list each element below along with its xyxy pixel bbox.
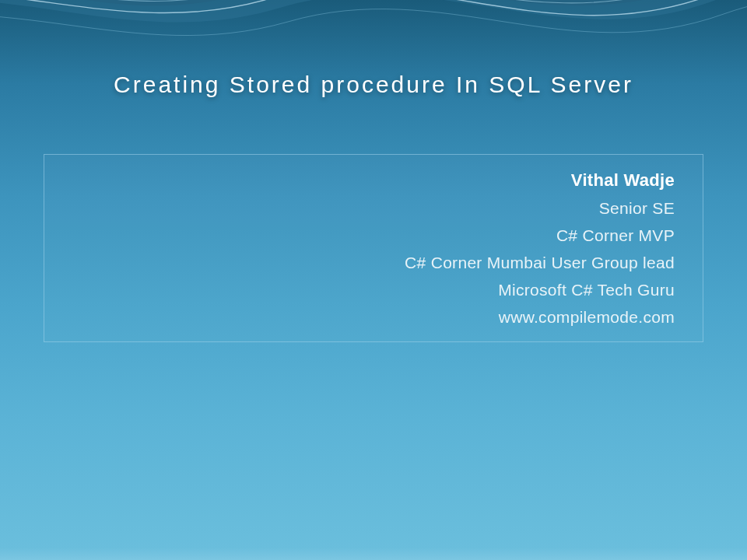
slide-title: Creating Stored procedure In SQL Server xyxy=(0,72,747,98)
author-tech-guru: Microsoft C# Tech Guru xyxy=(60,281,675,299)
decorative-wave-bg xyxy=(0,0,747,140)
author-group-lead: C# Corner Mumbai User Group lead xyxy=(60,254,675,272)
author-website: www.compilemode.com xyxy=(60,308,675,327)
author-role: Senior SE xyxy=(60,199,675,218)
author-info-box: Vithal Wadje Senior SE C# Corner MVP C# … xyxy=(44,154,703,342)
author-name: Vithal Wadje xyxy=(60,170,675,191)
author-title-mvp: C# Corner MVP xyxy=(60,226,675,245)
bottom-highlight-band xyxy=(0,548,747,560)
